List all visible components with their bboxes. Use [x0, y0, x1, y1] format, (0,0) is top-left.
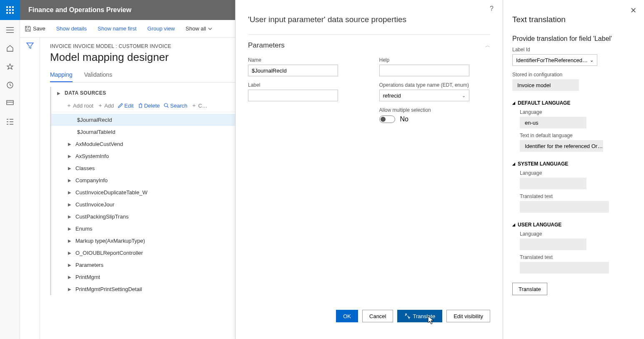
expand-icon[interactable]: ▶	[68, 166, 71, 171]
edt-select[interactable]: refrecid ⌄	[379, 90, 469, 101]
show-details-button[interactable]: Show details	[56, 25, 87, 32]
translate-action-button[interactable]: Translate	[512, 283, 547, 295]
svg-point-2	[164, 103, 168, 107]
expand-icon[interactable]: ▶	[68, 142, 71, 146]
edit-visibility-button[interactable]: Edit visibility	[446, 310, 490, 322]
help-icon[interactable]: ?	[490, 5, 494, 13]
app-launcher-button[interactable]	[0, 0, 20, 20]
translation-panel: ✕ Text translation Provide translation f…	[503, 0, 644, 339]
user-text-label: Translated text	[520, 254, 635, 260]
parameters-section-head[interactable]: Parameters ︿	[236, 35, 503, 50]
tree-item[interactable]: ▶Parameters	[51, 259, 235, 271]
data-sources-panel: ▶ DATA SOURCES ＋Add root ＋Add Edit Delet…	[50, 87, 235, 295]
chevron-down-icon: ⌄	[462, 93, 466, 98]
star-icon[interactable]	[6, 63, 14, 71]
help-input[interactable]	[379, 65, 469, 76]
system-language-value	[520, 178, 586, 189]
multi-label: Allow multiple selection	[379, 107, 491, 113]
expand-icon[interactable]: ▶	[68, 202, 71, 207]
tree-item[interactable]: ▶PrintMgmtPrintSettingDetail	[51, 283, 235, 295]
left-nav-rail	[0, 20, 20, 339]
edit-button[interactable]: Edit	[118, 103, 133, 109]
tab-validations[interactable]: Validations	[84, 71, 112, 82]
cancel-button[interactable]: Cancel	[362, 310, 393, 322]
tree-item[interactable]: $JournalTableId	[51, 126, 235, 138]
chevron-right-icon: ▶	[57, 91, 60, 95]
add-root-button[interactable]: ＋Add root	[66, 102, 93, 109]
search-button[interactable]: Search	[164, 103, 187, 109]
ok-button[interactable]: OK	[336, 310, 358, 322]
tree-item[interactable]: ▶CompanyInfo	[51, 174, 235, 186]
default-text-label: Text in default language	[520, 133, 635, 138]
stored-label: Stored in configuration	[512, 72, 635, 78]
filter-icon[interactable]	[26, 43, 34, 339]
multi-value: No	[400, 116, 408, 123]
translate-button[interactable]: Translate	[397, 310, 442, 322]
tree-item[interactable]: ▶PrintMgmt	[51, 271, 235, 283]
show-all-button[interactable]: Show all	[185, 25, 212, 32]
expand-icon[interactable]: ▶	[68, 178, 71, 183]
user-text-value	[520, 262, 609, 274]
label-input[interactable]	[248, 90, 338, 101]
label-label: Label	[248, 82, 359, 88]
expand-icon[interactable]: ▶	[68, 275, 71, 279]
more-button[interactable]: ＋C…	[191, 102, 207, 109]
tree-item-label: Enums	[75, 226, 92, 232]
workspace-icon[interactable]	[6, 99, 14, 108]
filter-column	[20, 38, 40, 339]
expand-icon[interactable]: ▶	[68, 287, 71, 291]
tree-item-label: PrintMgmtPrintSettingDetail	[75, 286, 142, 292]
group-view-button[interactable]: Group view	[148, 25, 175, 32]
pencil-icon	[118, 103, 123, 108]
tree-item[interactable]: ▶Classes	[51, 162, 235, 174]
tree-item-label: CustPackingSlipTrans	[75, 213, 128, 220]
section-default-language: ◢ DEFAULT LANGUAGE Language en-us Text i…	[512, 100, 635, 152]
tree-item[interactable]: ▶AxSystemInfo	[51, 150, 235, 162]
close-icon[interactable]: ✕	[630, 6, 636, 15]
section-system-language: ◢ SYSTEM LANGUAGE Language Translated te…	[512, 161, 635, 213]
system-language-head[interactable]: ◢ SYSTEM LANGUAGE	[512, 161, 635, 167]
clock-icon[interactable]	[6, 81, 14, 89]
label-id-select[interactable]: IdentifierForTheReferencedOr… ⌄	[512, 54, 597, 66]
field-stored-in: Stored in configuration Invoice model	[512, 72, 635, 91]
tree-item[interactable]: ▶Enums	[51, 223, 235, 235]
delete-button[interactable]: Delete	[138, 103, 160, 109]
home-icon[interactable]	[6, 44, 14, 53]
tree-item[interactable]: ▶CustInvoiceDuplicateTable_W	[51, 186, 235, 198]
expand-icon[interactable]: ▶	[68, 263, 71, 267]
expand-icon[interactable]: ▶	[68, 226, 71, 231]
waffle-icon	[6, 6, 14, 14]
name-input[interactable]	[248, 65, 338, 76]
tree-item[interactable]: ▶AxModuleCustVend	[51, 138, 235, 150]
save-icon	[25, 26, 31, 32]
multi-toggle[interactable]	[379, 116, 395, 123]
show-name-first-button[interactable]: Show name first	[98, 25, 136, 32]
system-text-label: Translated text	[520, 193, 635, 199]
data-sources-header[interactable]: ▶ DATA SOURCES	[51, 87, 235, 99]
tree-item[interactable]: $JournalRecId	[51, 114, 235, 126]
default-language-head[interactable]: ◢ DEFAULT LANGUAGE	[512, 100, 635, 106]
user-language-head[interactable]: ◢ USER LANGUAGE	[512, 222, 635, 228]
tree-item[interactable]: ▶Markup type(AxMarkupType)	[51, 235, 235, 247]
field-label: Label	[248, 82, 359, 101]
tree-item[interactable]: ▶CustInvoiceJour	[51, 198, 235, 211]
label-id-value: IdentifierForTheReferencedOr…	[516, 57, 590, 63]
modules-icon[interactable]	[6, 118, 14, 126]
tree-item[interactable]: ▶O_OIOUBLReportController	[51, 247, 235, 259]
expand-icon[interactable]: ▶	[68, 214, 71, 219]
add-button[interactable]: ＋Add	[98, 102, 114, 109]
expand-icon[interactable]: ▶	[68, 251, 71, 255]
expand-icon[interactable]: ▶	[68, 190, 71, 195]
translation-subtitle: Provide translation for field 'Label'	[512, 35, 635, 43]
expand-icon[interactable]: ▶	[68, 154, 71, 158]
tree-item-label: AxModuleCustVend	[75, 141, 123, 147]
tree-item-label: $JournalTableId	[77, 129, 115, 135]
expand-icon[interactable]: ▶	[68, 239, 71, 243]
tab-mapping[interactable]: Mapping	[50, 71, 73, 82]
system-text-value	[520, 201, 609, 213]
tree-item-label: CustInvoiceJour	[75, 201, 114, 208]
default-language-label: Language	[520, 109, 635, 115]
tree-item[interactable]: ▶CustPackingSlipTrans	[51, 211, 235, 223]
hamburger-icon[interactable]	[6, 26, 14, 34]
save-button[interactable]: Save	[25, 25, 45, 32]
